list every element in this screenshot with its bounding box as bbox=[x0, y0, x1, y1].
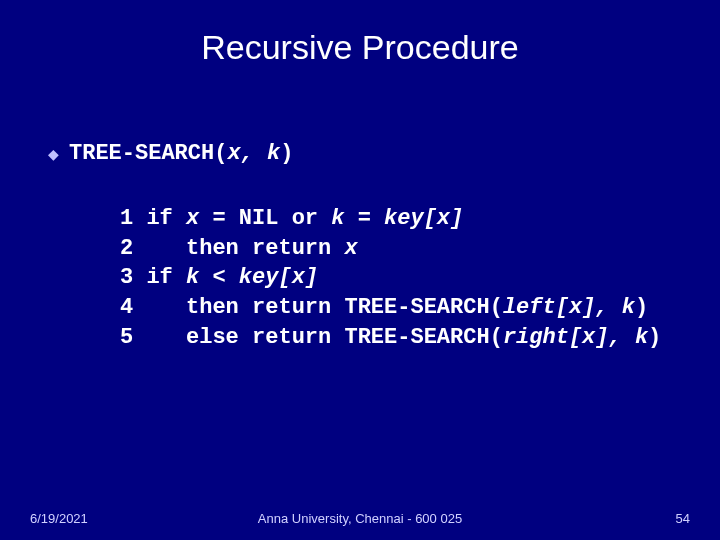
bullet-icon: ◆ bbox=[48, 146, 59, 162]
code-line-5: 5 else return TREE-SEARCH(right[x], k) bbox=[120, 323, 720, 353]
function-signature: ◆ TREE-SEARCH(x, k) bbox=[48, 141, 720, 166]
slide-title: Recursive Procedure bbox=[0, 0, 720, 67]
footer: 6/19/2021 Anna University, Chennai - 600… bbox=[0, 511, 720, 526]
func-text: TREE-SEARCH(x, k) bbox=[69, 141, 293, 166]
code-line-4: 4 then return TREE-SEARCH(left[x], k) bbox=[120, 293, 720, 323]
code-block: 1 if x = NIL or k = key[x] 2 then return… bbox=[48, 198, 720, 352]
code-line-3: 3 if k < key[x] bbox=[120, 263, 720, 293]
footer-center: Anna University, Chennai - 600 025 bbox=[258, 511, 462, 526]
footer-page: 54 bbox=[676, 511, 690, 526]
content-area: ◆ TREE-SEARCH(x, k) 1 if x = NIL or k = … bbox=[0, 67, 720, 352]
footer-date: 6/19/2021 bbox=[30, 511, 88, 526]
code-line-2: 2 then return x bbox=[120, 234, 720, 264]
code-line-1: 1 if x = NIL or k = key[x] bbox=[120, 204, 720, 234]
